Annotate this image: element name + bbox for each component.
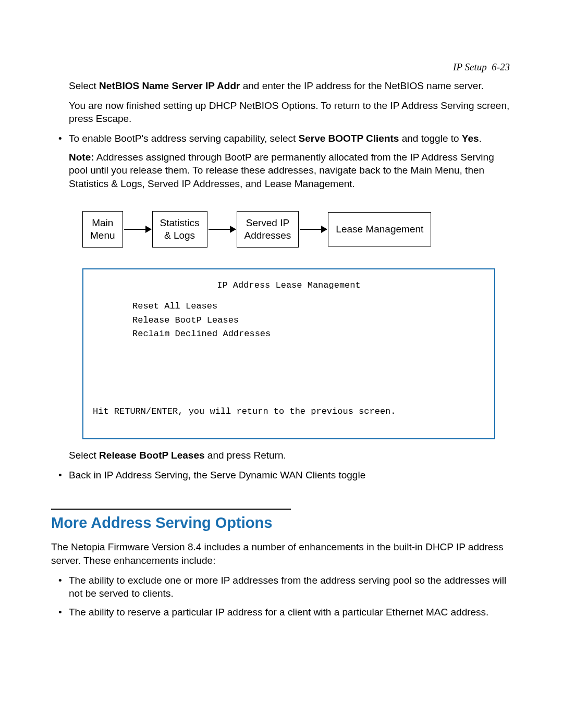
section-heading: More Address Serving Options	[51, 513, 512, 533]
header-page: 6-23	[492, 61, 510, 72]
note-label: Note:	[69, 152, 94, 163]
bullet-item: • The ability to exclude one or more IP …	[51, 574, 512, 600]
bold-term: Yes	[462, 133, 479, 144]
note-paragraph: Note: Addresses assigned through BootP a…	[69, 151, 512, 191]
arrow-right-icon	[209, 229, 236, 230]
flow-box-statistics-logs: Statistics & Logs	[152, 211, 207, 248]
terminal-menu-item: Release BootP Leases	[132, 314, 485, 327]
terminal-title: IP Address Lease Management	[93, 279, 485, 292]
paragraph: Select Release BootP Leases and press Re…	[69, 449, 512, 462]
bullet-glyph: •	[51, 574, 69, 587]
navigation-flowchart: Main Menu Statistics & Logs Served IP Ad…	[82, 211, 512, 248]
bold-term: NetBIOS Name Server IP Addr	[99, 80, 240, 91]
flow-box-served-ip: Served IP Addresses	[237, 211, 299, 248]
bullet-glyph: •	[51, 468, 69, 482]
bold-term: Serve BOOTP Clients	[299, 133, 399, 144]
bullet-glyph: •	[51, 132, 69, 145]
page-header: IP Setup 6-23	[51, 61, 512, 73]
section-rule	[51, 509, 291, 510]
bullet-item: • The ability to reserve a particular IP…	[51, 606, 512, 619]
bullet-item: • To enable BootP's address serving capa…	[51, 132, 512, 145]
terminal-screen: IP Address Lease Management Reset All Le…	[82, 268, 495, 439]
header-section: IP Setup	[453, 61, 487, 72]
terminal-menu-item: Reclaim Declined Addresses	[132, 327, 485, 341]
paragraph: Select NetBIOS Name Server IP Addr and e…	[69, 79, 512, 93]
arrow-right-icon	[124, 229, 151, 230]
terminal-footer: Hit RETURN/ENTER, you will return to the…	[93, 405, 396, 418]
bullet-glyph: •	[51, 606, 69, 619]
terminal-menu-item: Reset All Leases	[132, 300, 485, 313]
bold-term: Release BootP Leases	[99, 450, 204, 461]
paragraph: You are now finished setting up DHCP Net…	[69, 99, 512, 126]
flow-box-lease-management: Lease Management	[328, 212, 431, 246]
flow-box-main-menu: Main Menu	[82, 211, 123, 248]
arrow-right-icon	[300, 229, 327, 230]
bullet-item: • Back in IP Address Serving, the Serve …	[51, 468, 512, 482]
paragraph: The Netopia Firmware Version 8.4 include…	[51, 540, 512, 567]
